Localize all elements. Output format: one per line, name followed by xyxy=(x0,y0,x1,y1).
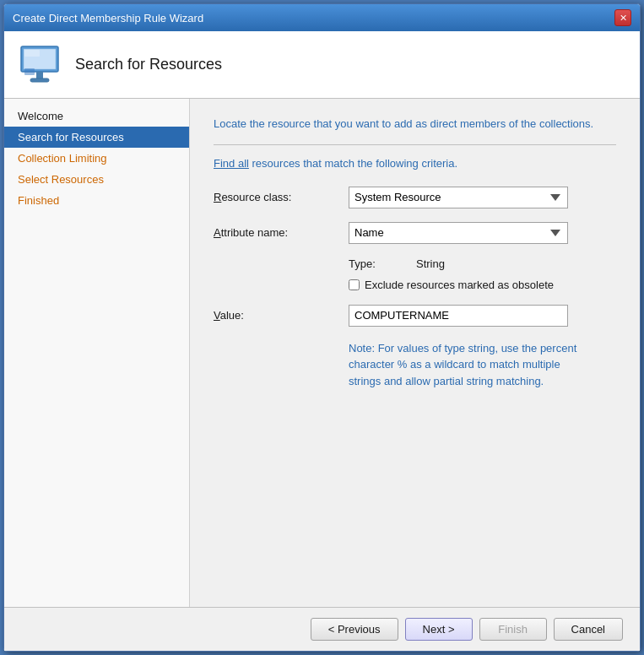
type-row: Type: String xyxy=(349,257,616,270)
window-title: Create Direct Membership Rule Wizard xyxy=(13,12,203,24)
resource-class-row: Resource class: System Resource User Res… xyxy=(214,187,616,208)
resource-class-control: System Resource User Resource xyxy=(349,187,616,208)
resource-class-label-text: esource class: xyxy=(221,191,291,203)
value-label: Value: xyxy=(214,309,349,322)
value-label-text: alue: xyxy=(220,309,244,322)
find-criteria-text: Find all resources that match the follow… xyxy=(214,157,616,170)
previous-button[interactable]: < Previous xyxy=(311,618,398,641)
close-button[interactable]: ✕ xyxy=(614,9,631,26)
attribute-name-select[interactable]: Name NetBIOS Name IP Address Resource ID xyxy=(349,222,568,244)
svg-rect-2 xyxy=(24,50,40,57)
next-button[interactable]: Next > xyxy=(405,618,473,641)
exclude-checkbox-label[interactable]: Exclude resources marked as obsolete xyxy=(365,279,554,291)
svg-rect-3 xyxy=(36,72,43,78)
sidebar-item-select[interactable]: Select Resources xyxy=(4,169,189,190)
wizard-header: Search for Resources xyxy=(4,31,640,99)
sidebar: Welcome Search for Resources Collection … xyxy=(4,99,190,607)
attribute-name-control: Name NetBIOS Name IP Address Resource ID xyxy=(349,222,616,244)
sidebar-item-collection[interactable]: Collection Limiting xyxy=(4,148,189,169)
find-text-suffix: resources that match the following crite… xyxy=(249,157,457,170)
type-value: String xyxy=(416,257,445,270)
find-all-link[interactable]: Find all xyxy=(214,157,249,170)
wizard-window: Create Direct Membership Rule Wizard ✕ S… xyxy=(3,3,641,652)
svg-rect-5 xyxy=(24,68,35,75)
finish-button[interactable]: Finish xyxy=(479,618,547,641)
value-row: Value: xyxy=(214,305,616,327)
cancel-button[interactable]: Cancel xyxy=(554,618,623,641)
sidebar-item-finished[interactable]: Finished xyxy=(4,190,189,211)
resource-class-label: Resource class: xyxy=(214,191,349,203)
attribute-name-row: Attribute name: Name NetBIOS Name IP Add… xyxy=(214,222,616,244)
content-area: Welcome Search for Resources Collection … xyxy=(4,99,640,607)
main-content: Locate the resource that you want to add… xyxy=(190,99,640,607)
divider xyxy=(214,144,616,145)
value-input[interactable] xyxy=(349,305,568,327)
exclude-checkbox-row: Exclude resources marked as obsolete xyxy=(349,279,616,291)
sidebar-item-welcome[interactable]: Welcome xyxy=(4,106,189,127)
sidebar-item-search[interactable]: Search for Resources xyxy=(4,127,189,148)
svg-rect-4 xyxy=(30,78,49,82)
type-label: Type: xyxy=(349,257,416,270)
exclude-checkbox[interactable] xyxy=(349,279,360,290)
attribute-name-label: Attribute name: xyxy=(214,226,349,239)
resource-class-select[interactable]: System Resource User Resource xyxy=(349,187,568,208)
value-control xyxy=(349,305,616,327)
note-text: Note: For values of type string, use the… xyxy=(349,340,585,390)
computer-icon xyxy=(18,43,62,87)
title-bar: Create Direct Membership Rule Wizard ✕ xyxy=(4,4,640,31)
wizard-header-title: Search for Resources xyxy=(75,56,222,73)
description-text: Locate the resource that you want to add… xyxy=(214,116,616,133)
wizard-footer: < Previous Next > Finish Cancel xyxy=(4,607,640,651)
attribute-name-label-text: ttribute name: xyxy=(221,226,289,239)
